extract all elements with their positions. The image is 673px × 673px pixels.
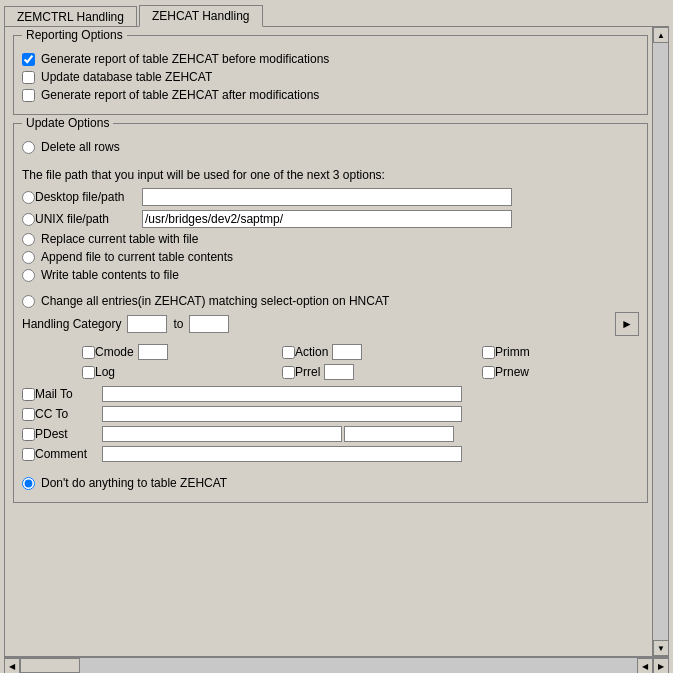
update-options-label: Update Options bbox=[22, 116, 113, 130]
mail-to-row: Mail To bbox=[22, 386, 639, 402]
handling-category-from-input[interactable] bbox=[127, 315, 167, 333]
change-all-radio[interactable] bbox=[22, 295, 35, 308]
pdest-input1[interactable] bbox=[102, 426, 342, 442]
action-checkbox[interactable] bbox=[282, 346, 295, 359]
mail-to-input[interactable] bbox=[102, 386, 462, 402]
pdest-checkbox[interactable] bbox=[22, 428, 35, 441]
tab-zemctrl[interactable]: ZEMCTRL Handling bbox=[4, 6, 137, 27]
log-label: Log bbox=[95, 365, 115, 379]
desktop-path-label: Desktop file/path bbox=[35, 190, 124, 204]
scroll-left-button[interactable]: ◀ bbox=[4, 658, 20, 673]
handling-category-label: Handling Category bbox=[22, 317, 121, 331]
report-before-label: Generate report of table ZEHCAT before m… bbox=[41, 52, 329, 66]
scroll-right-button-1[interactable]: ◀ bbox=[637, 658, 653, 673]
report-after-checkbox[interactable] bbox=[22, 89, 35, 102]
desktop-path-radio[interactable] bbox=[22, 191, 35, 204]
primm-checkbox[interactable] bbox=[482, 346, 495, 359]
write-table-radio[interactable] bbox=[22, 269, 35, 282]
cmode-checkbox[interactable] bbox=[82, 346, 95, 359]
bottom-scrollbar: ◀ ◀ ▶ bbox=[4, 657, 669, 673]
main-container: ZEMCTRL Handling ZEHCAT Handling Reporti… bbox=[0, 0, 673, 673]
append-file-label: Append file to current table contents bbox=[41, 250, 233, 264]
scroll-right-button-2[interactable]: ▶ bbox=[653, 658, 669, 673]
handling-category-to-input[interactable] bbox=[189, 315, 229, 333]
delete-all-label: Delete all rows bbox=[41, 140, 120, 154]
horiz-scroll-track[interactable] bbox=[20, 658, 637, 673]
checkbox-row-1: Cmode Action Primm bbox=[22, 344, 639, 360]
update-options-group: Update Options Delete all rows The file … bbox=[13, 123, 648, 503]
delete-all-radio[interactable] bbox=[22, 141, 35, 154]
comment-checkbox[interactable] bbox=[22, 448, 35, 461]
change-all-entries-row: Change all entries(in ZEHCAT) matching s… bbox=[22, 294, 639, 308]
report-before-checkbox[interactable] bbox=[22, 53, 35, 66]
update-db-checkbox[interactable] bbox=[22, 71, 35, 84]
prnew-checkbox[interactable] bbox=[482, 366, 495, 379]
right-scrollbar: ▲ ▼ bbox=[652, 27, 668, 656]
arrow-button[interactable]: ► bbox=[615, 312, 639, 336]
unix-path-label: UNIX file/path bbox=[35, 212, 109, 226]
scroll-down-button[interactable]: ▼ bbox=[653, 640, 669, 656]
reporting-options-label: Reporting Options bbox=[22, 28, 127, 42]
horiz-scroll-thumb bbox=[20, 658, 80, 673]
scroll-up-button[interactable]: ▲ bbox=[653, 27, 669, 43]
handling-category-row: Handling Category to ► bbox=[22, 312, 639, 336]
update-db-label: Update database table ZEHCAT bbox=[41, 70, 212, 84]
pdest-row: PDest bbox=[22, 426, 639, 442]
cmode-input[interactable] bbox=[138, 344, 168, 360]
dont-do-row: Don't do anything to table ZEHCAT bbox=[22, 476, 639, 490]
unix-path-radio[interactable] bbox=[22, 213, 35, 226]
dont-do-radio[interactable] bbox=[22, 477, 35, 490]
to-label: to bbox=[173, 317, 183, 331]
delete-all-rows-row: Delete all rows bbox=[22, 140, 639, 154]
change-all-label: Change all entries(in ZEHCAT) matching s… bbox=[41, 294, 389, 308]
comment-input[interactable] bbox=[102, 446, 462, 462]
right-scroll-buttons: ◀ ▶ bbox=[637, 658, 669, 673]
prrel-label: Prrel bbox=[295, 365, 320, 379]
write-table-label: Write table contents to file bbox=[41, 268, 179, 282]
reporting-options-group: Reporting Options Generate report of tab… bbox=[13, 35, 648, 115]
report-after-row: Generate report of table ZEHCAT after mo… bbox=[22, 88, 639, 102]
scrollable-content[interactable]: Reporting Options Generate report of tab… bbox=[5, 27, 668, 656]
replace-table-row: Replace current table with file bbox=[22, 232, 639, 246]
content-area: Reporting Options Generate report of tab… bbox=[4, 26, 669, 657]
cc-to-checkbox[interactable] bbox=[22, 408, 35, 421]
filepath-info-text: The file path that you input will be use… bbox=[22, 168, 639, 182]
tab-bar: ZEMCTRL Handling ZEHCAT Handling bbox=[0, 0, 673, 26]
report-after-label: Generate report of table ZEHCAT after mo… bbox=[41, 88, 319, 102]
replace-table-radio[interactable] bbox=[22, 233, 35, 246]
prrel-checkbox[interactable] bbox=[282, 366, 295, 379]
tab-zehcat[interactable]: ZEHCAT Handling bbox=[139, 5, 263, 27]
cc-to-input[interactable] bbox=[102, 406, 462, 422]
cc-to-label: CC To bbox=[35, 407, 68, 421]
mail-to-checkbox[interactable] bbox=[22, 388, 35, 401]
update-db-row: Update database table ZEHCAT bbox=[22, 70, 639, 84]
cc-to-row: CC To bbox=[22, 406, 639, 422]
unix-filepath-row: UNIX file/path bbox=[22, 210, 639, 228]
comment-label: Comment bbox=[35, 447, 87, 461]
prnew-label: Prnew bbox=[495, 365, 529, 379]
mail-to-label: Mail To bbox=[35, 387, 73, 401]
action-input[interactable] bbox=[332, 344, 362, 360]
append-file-radio[interactable] bbox=[22, 251, 35, 264]
prrel-input[interactable] bbox=[324, 364, 354, 380]
primm-label: Primm bbox=[495, 345, 530, 359]
replace-table-label: Replace current table with file bbox=[41, 232, 198, 246]
report-before-row: Generate report of table ZEHCAT before m… bbox=[22, 52, 639, 66]
action-label: Action bbox=[295, 345, 328, 359]
checkbox-row-2: Log Prrel Prnew bbox=[22, 364, 639, 380]
log-checkbox[interactable] bbox=[82, 366, 95, 379]
dont-do-label: Don't do anything to table ZEHCAT bbox=[41, 476, 227, 490]
write-table-row: Write table contents to file bbox=[22, 268, 639, 282]
desktop-filepath-row: Desktop file/path bbox=[22, 188, 639, 206]
pdest-input2[interactable] bbox=[344, 426, 454, 442]
append-file-row: Append file to current table contents bbox=[22, 250, 639, 264]
unix-path-input[interactable] bbox=[142, 210, 512, 228]
desktop-path-input[interactable] bbox=[142, 188, 512, 206]
scroll-track[interactable] bbox=[653, 43, 668, 640]
cmode-label: Cmode bbox=[95, 345, 134, 359]
comment-row: Comment bbox=[22, 446, 639, 462]
pdest-label: PDest bbox=[35, 427, 68, 441]
